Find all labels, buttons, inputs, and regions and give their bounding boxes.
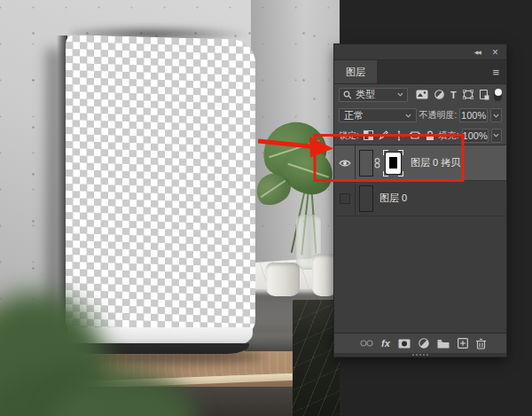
chevron-down-icon (405, 114, 411, 118)
layer-name: 图层 0 拷贝 (411, 156, 460, 169)
lock-label: 锁定: (339, 130, 359, 142)
filter-type-select[interactable]: 类型 (339, 88, 408, 102)
layer-style-icon[interactable]: fx (381, 338, 390, 349)
visibility-cell[interactable] (334, 145, 356, 180)
panel-tab-bar: 图层 ≡ (334, 60, 506, 84)
layers-panel: ◀◀ × 图层 ≡ 类型 (334, 44, 506, 357)
delete-layer-icon[interactable] (476, 338, 486, 349)
layer-row-original[interactable]: 图层 0 (334, 181, 506, 216)
fill-label: 填充: (439, 130, 459, 142)
tab-layers[interactable]: 图层 (334, 60, 377, 83)
photoshop-window: ◀◀ × 图层 ≡ 类型 (0, 0, 532, 416)
layer-thumbnail[interactable] (360, 186, 372, 211)
lock-all-icon[interactable] (426, 130, 434, 141)
visibility-cell[interactable] (334, 181, 356, 216)
link-layers-icon[interactable] (360, 340, 373, 347)
blend-mode-select[interactable]: 正常 (339, 108, 417, 122)
layer-mask-thumbnail[interactable] (383, 150, 403, 177)
type-layer-filter-icon[interactable]: T (450, 90, 457, 100)
new-group-icon[interactable] (437, 339, 450, 349)
new-layer-icon[interactable] (458, 338, 468, 349)
blend-mode-value: 正常 (344, 109, 364, 122)
opacity-input[interactable]: 100% (459, 108, 488, 122)
pixel-layer-filter-icon[interactable] (416, 90, 428, 99)
transparency-checkerboard (66, 35, 255, 336)
opacity-label: 不透明度: (419, 109, 458, 122)
search-icon (343, 90, 352, 99)
lock-position-icon[interactable] (394, 130, 404, 141)
chevron-down-icon (493, 114, 499, 118)
fill-input[interactable]: 100% (462, 129, 489, 143)
adjustment-layer-icon[interactable] (419, 338, 429, 349)
chevron-down-icon (397, 92, 403, 97)
opacity-dropdown-button[interactable] (490, 108, 502, 122)
filter-type-label: 类型 (356, 88, 375, 101)
layer-row-copy[interactable]: 图层 0 拷贝 (334, 145, 506, 181)
close-panel-icon[interactable]: × (492, 48, 498, 57)
adjustment-layer-filter-icon[interactable] (434, 90, 444, 99)
filter-toggle-switch[interactable] (494, 89, 502, 101)
layer-filter-row: 类型 T (334, 84, 506, 105)
layer-name: 图层 0 (379, 192, 407, 205)
lock-image-pixels-icon[interactable] (379, 130, 388, 140)
white-pot (312, 254, 337, 296)
shape-layer-filter-icon[interactable] (463, 90, 473, 99)
visibility-off-box (340, 193, 350, 204)
blend-mode-row: 正常 不透明度: 100% (334, 105, 506, 126)
smart-object-filter-icon[interactable] (480, 90, 489, 100)
dark-marble-slab (293, 300, 340, 416)
panel-titlebar: ◀◀ × (334, 44, 506, 60)
lock-row: 锁定: (334, 126, 506, 145)
lock-artboard-icon[interactable] (410, 130, 420, 140)
chevron-down-icon (493, 133, 499, 137)
layer-list: 图层 0 拷贝 图层 0 (334, 145, 506, 337)
panel-resize-handle[interactable] (334, 353, 506, 357)
eye-icon (339, 159, 351, 168)
panel-menu-icon[interactable]: ≡ (492, 66, 506, 79)
fill-dropdown-button[interactable] (491, 129, 502, 143)
collapse-panel-icon[interactable]: ◀◀ (474, 49, 481, 55)
mask-link-icon[interactable] (374, 157, 380, 169)
document-canvas[interactable] (0, 0, 340, 416)
white-pot (266, 263, 300, 296)
layer-thumbnail[interactable] (360, 151, 372, 176)
add-layer-mask-icon[interactable] (398, 339, 411, 349)
lock-transparent-pixels-icon[interactable] (364, 130, 373, 140)
layers-toolbar: fx (334, 333, 506, 353)
